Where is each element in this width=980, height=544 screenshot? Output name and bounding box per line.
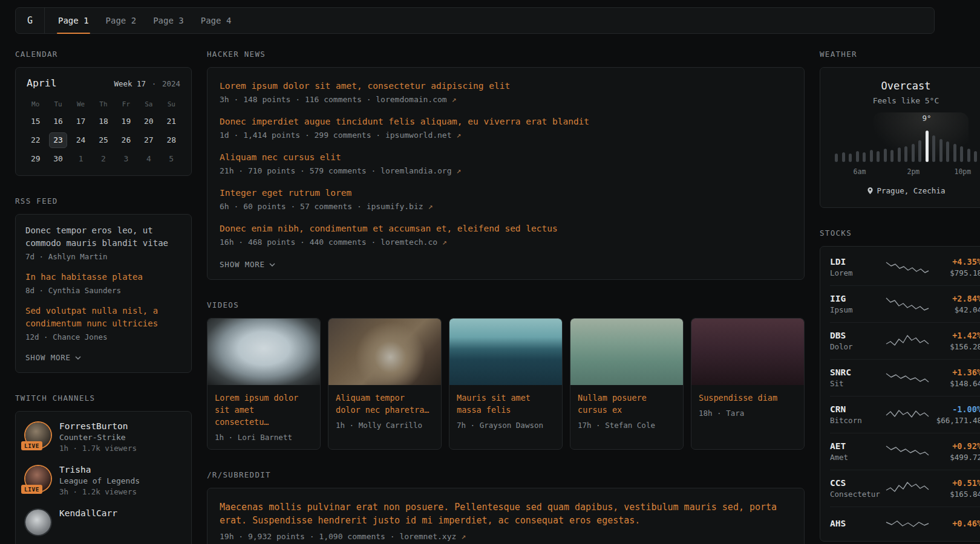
video-thumbnail[interactable] xyxy=(328,319,441,385)
calendar-day: 18 xyxy=(94,114,113,129)
calendar-day: 22 xyxy=(27,132,45,148)
weather-location: Prague, Czechia xyxy=(831,186,980,195)
rss-item-meta: 8d · Cynthia Saunders xyxy=(25,286,181,295)
twitch-channel[interactable]: LIVE Trisha League of Legends 3h · 1.2k … xyxy=(25,465,181,496)
rss-item-title[interactable]: Donec tempor eros leo, ut commodo mauris… xyxy=(25,224,181,250)
video-title[interactable]: Mauris sit amet massa felis xyxy=(457,392,555,416)
calendar-day-header: Fr xyxy=(115,99,137,111)
stock-row[interactable]: SNRC Sit +1.36% $148.64 xyxy=(830,359,980,396)
stock-change: +2.84% xyxy=(933,294,980,303)
rss-item-meta: 12d · Chance Jones xyxy=(25,332,181,342)
stocks-card: LDI Lorem +4.35% $795.18 IIG Ipsum xyxy=(820,246,980,542)
news-item-meta: 6h · 60 points · 57 comments · ipsumify.… xyxy=(220,202,792,211)
weather-bar xyxy=(953,144,956,162)
video-meta: 1h · Lori Barnett xyxy=(215,433,313,442)
news-item-meta: 16h · 468 points · 440 comments · loremt… xyxy=(220,238,792,247)
channel-name[interactable]: ForrestBurton xyxy=(59,421,137,431)
weather-bar xyxy=(884,149,887,162)
calendar-day: 27 xyxy=(140,132,158,148)
stock-sparkline xyxy=(886,258,929,276)
stock-row[interactable]: IIG Ipsum +2.84% $42.04 xyxy=(830,285,980,322)
calendar-header: April Week 17 · 2024 xyxy=(24,77,183,89)
tab-page-2[interactable]: Page 2 xyxy=(106,8,137,33)
stock-sparkline xyxy=(886,442,929,461)
weather-bar xyxy=(932,135,935,162)
subreddit-card: Maecenas mollis pulvinar erat non posuer… xyxy=(207,488,805,544)
video-title[interactable]: Suspendisse diam xyxy=(699,392,797,404)
subreddit-post: Maecenas mollis pulvinar erat non posuer… xyxy=(220,500,792,541)
news-item-title[interactable]: Lorem ipsum dolor sit amet, consectetur … xyxy=(220,80,792,92)
channel-avatar: LIVE xyxy=(25,423,51,448)
news-item-domain[interactable]: ipsumworld.net xyxy=(385,131,452,140)
stock-symbol: SNRC xyxy=(830,368,882,377)
news-item-title[interactable]: Donec imperdiet augue tincidunt felis al… xyxy=(220,115,792,128)
tab-page-3[interactable]: Page 3 xyxy=(153,8,184,33)
stock-row[interactable]: DBS Dolor +1.42% $156.28 xyxy=(830,322,980,359)
videos-row: Lorem ipsum dolor sit amet consectetu… 1… xyxy=(207,318,805,450)
stock-row[interactable]: CRN Bitcorn -1.00% $66,171.48 xyxy=(830,396,980,433)
channel-meta: 3h · 1.2k viewers xyxy=(59,487,140,496)
stock-row[interactable]: AET Amet +0.92% $499.72 xyxy=(830,433,980,470)
stock-price: $42.04 xyxy=(933,305,980,314)
weather-bars xyxy=(835,131,977,162)
hacker-news-show-more-button[interactable]: SHOW MORE xyxy=(220,260,275,269)
stock-change: -1.00% xyxy=(933,404,980,414)
middle-column: HACKER NEWS Lorem ipsum dolor sit amet, … xyxy=(207,50,805,544)
video-thumbnail[interactable] xyxy=(449,319,562,385)
video-card[interactable]: Lorem ipsum dolor sit amet consectetu… 1… xyxy=(207,318,321,450)
twitch-channel[interactable]: LIVE ForrestBurton Counter-Strike 1h · 1… xyxy=(25,421,181,453)
stock-sparkline xyxy=(886,479,929,497)
video-title[interactable]: Nullam posuere cursus ex xyxy=(578,392,676,416)
calendar-day: 16 xyxy=(49,114,67,129)
stock-sparkline xyxy=(886,332,929,350)
weather-widget: WEATHER Overcast Feels like 5°C 9° 6am 2… xyxy=(820,50,980,208)
video-thumbnail[interactable] xyxy=(691,319,804,385)
news-item-title[interactable]: Donec enim nibh, condimentum et accumsan… xyxy=(220,222,792,235)
video-card[interactable]: Suspendisse diam 18h · Tara xyxy=(691,318,805,450)
news-item-domain[interactable]: loremtech.co xyxy=(381,238,437,247)
chevron-down-icon xyxy=(269,263,275,267)
rss-show-more-button[interactable]: SHOW MORE xyxy=(25,353,81,362)
channel-avatar xyxy=(25,510,51,535)
right-column: WEATHER Overcast Feels like 5°C 9° 6am 2… xyxy=(820,50,980,544)
stock-price: $795.18 xyxy=(933,268,980,277)
video-card[interactable]: Aliquam tempor dolor nec pharetra… 1h · … xyxy=(328,318,442,450)
stock-row[interactable]: CCS Consectetur +0.51% $165.84 xyxy=(830,470,980,507)
stock-change: +0.51% xyxy=(933,478,980,488)
weather-bar xyxy=(967,149,970,162)
subreddit-post-domain[interactable]: loremnet.xyz xyxy=(399,532,456,541)
stock-row[interactable]: AHS +0.46% xyxy=(830,507,980,541)
subreddit-post-meta: 19h · 9,932 points · 1,090 comments · lo… xyxy=(220,532,792,541)
news-item-domain[interactable]: ipsumify.biz xyxy=(367,202,423,211)
rss-item-title[interactable]: In hac habitasse platea xyxy=(25,271,181,283)
twitch-channel[interactable]: KendallCarr xyxy=(25,508,181,535)
weather-bar xyxy=(926,131,929,162)
news-item: Integer eget rutrum lorem 6h · 60 points… xyxy=(220,187,792,211)
video-thumbnail[interactable] xyxy=(570,319,683,385)
rss-item-title[interactable]: Sed volutpat nulla nisl, a condimentum n… xyxy=(25,305,181,330)
video-title[interactable]: Aliquam tempor dolor nec pharetra… xyxy=(336,392,434,416)
video-title[interactable]: Lorem ipsum dolor sit amet consectetu… xyxy=(215,392,313,428)
news-item-domain[interactable]: loremdomain.com xyxy=(376,95,446,104)
news-item-title[interactable]: Aliquam nec cursus elit xyxy=(220,151,792,163)
video-card[interactable]: Mauris sit amet massa felis 7h · Grayson… xyxy=(449,318,563,450)
subreddit-post-title[interactable]: Maecenas mollis pulvinar erat non posuer… xyxy=(220,500,792,527)
weather-bar xyxy=(863,152,866,162)
weather-bar xyxy=(849,154,852,162)
weather-time-label: 6am xyxy=(854,167,866,176)
news-item-title[interactable]: Integer eget rutrum lorem xyxy=(220,187,792,199)
video-card[interactable]: Nullam posuere cursus ex 17h · Stefan Co… xyxy=(570,318,684,450)
app-logo[interactable]: G xyxy=(16,8,45,33)
channel-name[interactable]: Trisha xyxy=(59,465,140,474)
tab-page-4[interactable]: Page 4 xyxy=(201,8,232,33)
video-thumbnail[interactable] xyxy=(207,319,320,385)
weather-bar xyxy=(856,151,859,162)
calendar-day: 15 xyxy=(27,114,45,129)
news-item-domain[interactable]: loremlandia.org xyxy=(381,166,451,175)
tab-page-1[interactable]: Page 1 xyxy=(58,8,89,33)
rss-item: Sed volutpat nulla nisl, a condimentum n… xyxy=(25,305,181,342)
stock-row[interactable]: LDI Lorem +4.35% $795.18 xyxy=(830,249,980,285)
calendar-day: 28 xyxy=(162,132,180,148)
channel-name[interactable]: KendallCarr xyxy=(59,508,117,518)
section-title-twitch: TWITCH CHANNELS xyxy=(15,393,192,403)
